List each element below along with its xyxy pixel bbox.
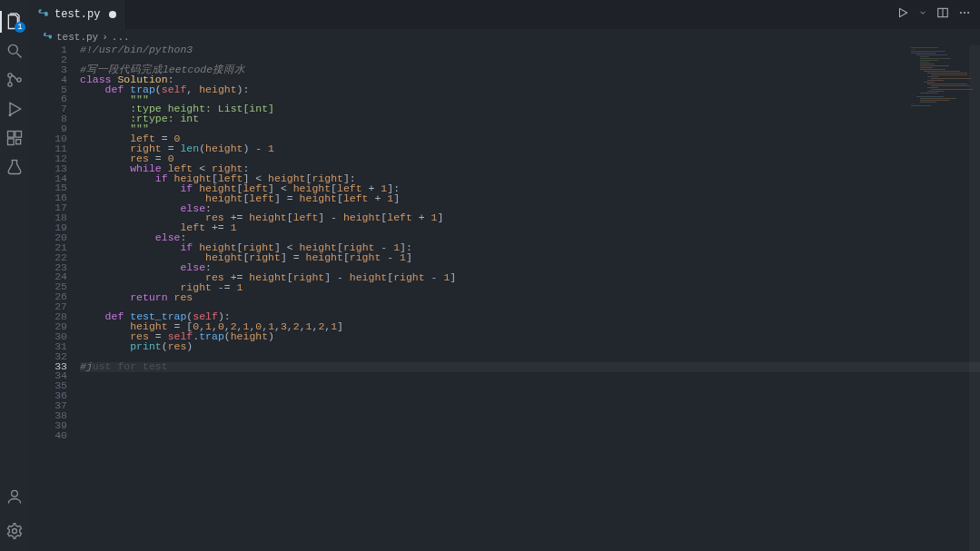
svg-point-12 [12,490,18,497]
editor-scrollbar[interactable] [969,45,980,551]
split-editor-icon[interactable] [936,6,949,23]
run-file-icon[interactable] [896,6,909,23]
python-file-icon [42,32,53,43]
testing-icon[interactable] [0,153,29,182]
svg-point-13 [13,529,17,534]
tab-label: test.py [54,8,100,21]
svg-point-3 [8,83,12,86]
activity-bar: 1 [0,0,29,551]
line-number-gutter: 1234567891011121314151617181920212223242… [29,45,80,551]
svg-point-17 [960,12,962,14]
svg-rect-8 [15,132,22,138]
explorer-icon[interactable]: 1 [0,7,29,36]
svg-marker-14 [900,8,907,16]
python-file-icon [36,8,49,21]
svg-point-4 [17,78,21,82]
tab-test-py[interactable]: test.py [29,0,126,29]
source-control-icon[interactable] [0,65,29,94]
chevron-down-icon[interactable] [918,6,927,23]
more-actions-icon[interactable] [958,6,971,23]
breadcrumb-more: ... [112,32,130,43]
svg-marker-5 [10,103,21,114]
svg-rect-9 [8,139,15,145]
search-icon[interactable] [0,36,29,65]
breadcrumb-file: test.py [56,32,98,43]
accounts-icon[interactable] [0,482,29,511]
svg-rect-10 [16,140,21,144]
svg-line-1 [17,54,22,58]
extensions-icon[interactable] [0,123,29,153]
svg-point-19 [967,12,969,14]
svg-point-0 [8,44,17,54]
editor-area: test.py test.py › ... 123456789101112131… [29,0,980,551]
settings-gear-icon[interactable] [0,517,29,546]
svg-point-2 [8,74,12,77]
tab-bar: test.py [29,0,980,29]
code-editor[interactable]: 1234567891011121314151617181920212223242… [29,45,980,551]
tab-dirty-indicator [109,11,116,18]
svg-point-18 [964,12,965,14]
svg-rect-7 [8,132,15,138]
run-debug-icon[interactable] [0,94,29,123]
explorer-badge: 1 [15,22,25,33]
breadcrumb-separator: › [102,32,108,43]
code-content[interactable]: #!/usr/bin/python3 #写一段代码完成leetcode接雨水cl… [80,45,980,551]
editor-actions [896,6,980,23]
